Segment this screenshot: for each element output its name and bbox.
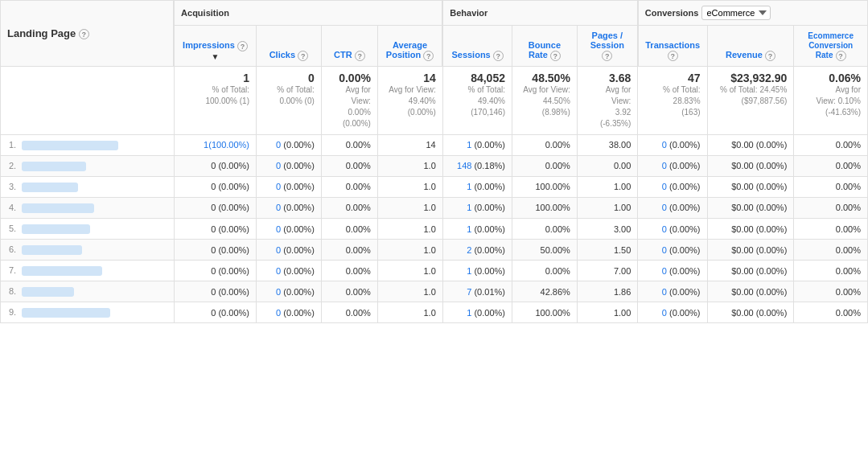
pages-cell: 1.86 — [577, 281, 637, 302]
bounce-cell: 50.00% — [512, 240, 577, 261]
bounce-cell: 0.00% — [512, 218, 577, 239]
summary-revenue-cell: $23,932.90 % of Total: 24.45% ($97,887.5… — [707, 66, 794, 134]
transactions-cell: 0 (0.00%) — [638, 261, 707, 281]
sessions-cell: 148 (0.18%) — [442, 155, 512, 176]
ctr-cell: 0.00% — [321, 155, 377, 176]
revenue-cell: $0.00 (0.00%) — [707, 134, 794, 155]
revenue-cell: $0.00 (0.00%) — [707, 197, 794, 218]
landing-page-cell: 4. — [1, 197, 175, 218]
sort-icon[interactable]: ▼ — [212, 52, 220, 61]
summary-transactions-cell: 47 % of Total: 28.83% (163) — [638, 66, 707, 134]
group-header-row: Landing Page ? Acquisition Behavior Conv… — [1, 1, 868, 26]
table-row: 6. 0 (0.00%) 0 (0.00%) 0.00% 1.0 2 (0.00… — [1, 240, 868, 261]
behavior-group-header: Behavior — [442, 1, 638, 26]
pages-cell: 1.50 — [577, 240, 637, 261]
sessions-cell: 1 (0.00%) — [442, 302, 512, 323]
table-row: 7. 0 (0.00%) 0 (0.00%) 0.00% 1.0 1 (0.00… — [1, 261, 868, 281]
bounce-cell: 0.00% — [512, 134, 577, 155]
blurred-url — [22, 245, 82, 255]
table-row: 1. 1(100.00%) 0 (0.00%) 0.00% 14 1 (0.00… — [1, 134, 868, 155]
summary-pages-cell: 3.68 Avg for View: 3.92 (-6.35%) — [577, 66, 637, 134]
clicks-cell: 0 (0.00%) — [256, 218, 321, 239]
transactions-help-icon[interactable]: ? — [668, 51, 678, 61]
impressions-cell: 0 (0.00%) — [174, 218, 256, 239]
ctr-cell: 0.00% — [321, 302, 377, 323]
ecommerce-select[interactable]: eCommerce — [701, 6, 771, 20]
impressions-cell: 0 (0.00%) — [174, 197, 256, 218]
sessions-cell: 1 (0.00%) — [442, 261, 512, 281]
revenue-cell: $0.00 (0.00%) — [707, 281, 794, 302]
ecomm-cell: 0.00% — [794, 197, 868, 218]
clicks-header: Clicks ? — [256, 26, 321, 67]
blurred-url — [22, 287, 74, 297]
impressions-cell: 0 (0.00%) — [174, 155, 256, 176]
avgpos-cell: 1.0 — [377, 218, 442, 239]
ctr-cell: 0.00% — [321, 240, 377, 261]
transactions-cell: 0 (0.00%) — [638, 155, 707, 176]
sessions-cell: 7 (0.01%) — [442, 281, 512, 302]
summary-sessions-cell: 84,052 % of Total: 49.40% (170,146) — [442, 66, 512, 134]
avgpos-cell: 1.0 — [377, 261, 442, 281]
acquisition-group-header: Acquisition — [174, 1, 442, 26]
pages-cell: 0.00 — [577, 155, 637, 176]
impressions-cell: 1(100.00%) — [174, 134, 256, 155]
pages-session-help-icon[interactable]: ? — [602, 51, 612, 61]
pages-cell: 1.00 — [577, 197, 637, 218]
landing-page-help-icon[interactable]: ? — [79, 29, 89, 39]
impressions-help-icon[interactable]: ? — [237, 41, 248, 51]
clicks-cell: 0 (0.00%) — [256, 176, 321, 197]
conversions-group-header: Conversions eCommerce — [638, 1, 868, 26]
clicks-cell: 0 (0.00%) — [256, 155, 321, 176]
bounce-rate-help-icon[interactable]: ? — [550, 51, 561, 61]
avg-position-header: Average Position ? — [377, 26, 442, 67]
pages-cell: 38.00 — [577, 134, 637, 155]
transactions-cell: 0 (0.00%) — [638, 281, 707, 302]
summary-bounce-cell: 48.50% Avg for View: 44.50% (8.98%) — [512, 66, 577, 134]
transactions-cell: 0 (0.00%) — [638, 197, 707, 218]
revenue-cell: $0.00 (0.00%) — [707, 240, 794, 261]
avg-position-help-icon[interactable]: ? — [423, 51, 434, 61]
avgpos-cell: 1.0 — [377, 302, 442, 323]
sessions-header: Sessions ? — [442, 26, 512, 67]
analytics-table-container: Landing Page ? Acquisition Behavior Conv… — [0, 0, 868, 323]
clicks-cell: 0 (0.00%) — [256, 261, 321, 281]
impressions-cell: 0 (0.00%) — [174, 281, 256, 302]
ctr-cell: 0.00% — [321, 218, 377, 239]
transactions-cell: 0 (0.00%) — [638, 176, 707, 197]
bounce-cell: 100.00% — [512, 197, 577, 218]
table-row: 2. 0 (0.00%) 0 (0.00%) 0.00% 1.0 148 (0.… — [1, 155, 868, 176]
summary-clicks-cell: 0 % of Total: 0.00% (0) — [256, 66, 321, 134]
transactions-cell: 0 (0.00%) — [638, 134, 707, 155]
ecomm-cell: 0.00% — [794, 155, 868, 176]
summary-row: 1 % of Total: 100.00% (1) 0 % of Total: … — [1, 66, 868, 134]
revenue-help-icon[interactable]: ? — [765, 51, 775, 61]
ctr-cell: 0.00% — [321, 134, 377, 155]
sessions-help-icon[interactable]: ? — [493, 51, 504, 61]
table-row: 5. 0 (0.00%) 0 (0.00%) 0.00% 1.0 1 (0.00… — [1, 218, 868, 239]
table-row: 9. 0 (0.00%) 0 (0.00%) 0.00% 1.0 1 (0.00… — [1, 302, 868, 323]
ctr-help-icon[interactable]: ? — [355, 51, 365, 61]
avgpos-cell: 1.0 — [377, 240, 442, 261]
ecomm-rate-header: Ecommerce Conversion Rate ? — [794, 26, 868, 67]
sessions-cell: 1 (0.00%) — [442, 134, 512, 155]
avgpos-cell: 1.0 — [377, 176, 442, 197]
pages-session-header: Pages / Session ? — [577, 26, 637, 67]
summary-ctr-cell: 0.00% Avg for View: 0.00% (0.00%) — [321, 66, 377, 134]
landing-page-cell: 7. — [1, 261, 175, 281]
ecomm-cell: 0.00% — [794, 218, 868, 239]
clicks-cell: 0 (0.00%) — [256, 302, 321, 323]
blurred-url — [22, 308, 110, 318]
ecomm-rate-help-icon[interactable]: ? — [836, 51, 846, 61]
transactions-cell: 0 (0.00%) — [638, 302, 707, 323]
avgpos-cell: 1.0 — [377, 281, 442, 302]
pages-cell: 7.00 — [577, 261, 637, 281]
table-row: 3. 0 (0.00%) 0 (0.00%) 0.00% 1.0 1 (0.00… — [1, 176, 868, 197]
revenue-header: Revenue ? — [707, 26, 794, 67]
ecomm-cell: 0.00% — [794, 281, 868, 302]
clicks-cell: 0 (0.00%) — [256, 281, 321, 302]
clicks-help-icon[interactable]: ? — [298, 51, 308, 61]
landing-page-header: Landing Page ? — [1, 1, 175, 67]
impressions-cell: 0 (0.00%) — [174, 176, 256, 197]
table-row: 8. 0 (0.00%) 0 (0.00%) 0.00% 1.0 7 (0.01… — [1, 281, 868, 302]
bounce-cell: 0.00% — [512, 155, 577, 176]
